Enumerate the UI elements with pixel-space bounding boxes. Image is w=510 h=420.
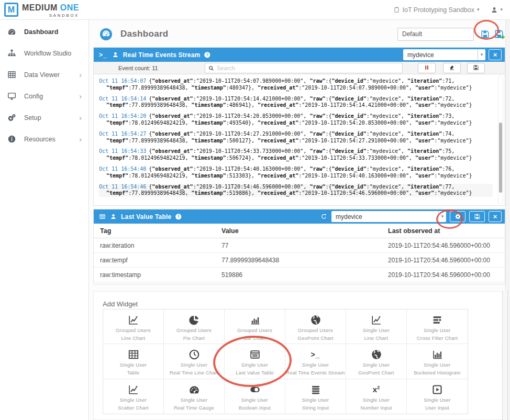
dashboard-name-input[interactable] <box>397 28 474 41</box>
pause-icon <box>424 64 430 72</box>
widget-cell-single-user-real-time-events-stream[interactable]: >_ Single User Real Time Events Stream <box>285 344 346 379</box>
widget-cell-group: Single User <box>120 362 147 368</box>
clock-icon <box>189 348 200 361</box>
widget-cell-group: Single User <box>363 327 390 333</box>
widget-cell-grouped-users-pie-chart[interactable]: Grouped Users Pie Chart <box>164 310 225 344</box>
log-scrollbar-track[interactable] <box>498 76 503 204</box>
widget-cell-single-user-user-input[interactable]: Single User User Input <box>407 379 468 414</box>
widget-cell-single-user-scatter-chart[interactable]: Single User Scatter Chart <box>103 379 164 414</box>
last-value-device-select[interactable]: mydevice ▾ <box>331 211 446 222</box>
widget-cell-name: Line Chart <box>364 335 389 341</box>
widget-cell-name: Boolean Input <box>239 405 271 411</box>
save-plus-icon <box>494 29 505 40</box>
widget-cell-single-user-real-time-line-chart[interactable]: Single User Real Time Line Chart <box>164 344 225 379</box>
last-value-table-widget: Last Value Table ? mydevice ▾ × Tag Valu… <box>93 209 505 284</box>
pie-chart-icon <box>189 314 200 326</box>
user-icon <box>491 6 498 14</box>
last-value-save-button[interactable] <box>469 211 485 222</box>
stream-device-select[interactable]: mydevice ▾ <box>403 49 485 60</box>
log-scrollbar-thumb[interactable] <box>499 123 502 193</box>
close-icon: × <box>493 213 497 220</box>
last-value-widget-title: Last Value Table <box>121 213 171 220</box>
chevron-right-icon: › <box>79 114 82 122</box>
caret-down-icon: ▾ <box>477 7 480 12</box>
widget-cell-single-user-last-value-table[interactable]: Single User Last Value Table <box>225 344 285 379</box>
real-time-events-stream-widget: >_ Real Time Events Stream ? mydevice ▾ … <box>93 47 505 206</box>
save-dashboard-button[interactable] <box>480 29 490 39</box>
stream-toolbar: Event count: 11 <box>94 62 505 74</box>
widget-cell-single-user-real-time-gauge[interactable]: Single User Real Time Gauge <box>164 379 225 414</box>
dashboard-gauge-icon <box>100 28 112 40</box>
sidebar-item-workflow-studio[interactable]: Workflow Studio <box>0 42 88 64</box>
widget-cell-single-user-boolean-input[interactable]: Single User Boolean Input <box>225 379 285 414</box>
sidebar-item-dashboard[interactable]: Dashboard <box>0 21 88 42</box>
widget-cell-single-user-string-input[interactable]: Single User String Input <box>285 379 346 414</box>
widget-cell-grouped-users-bar-chart[interactable]: Grouped Users Bar Chart <box>225 310 285 344</box>
bar-chart-icon <box>249 314 261 326</box>
search-icon <box>208 65 214 71</box>
toggle-icon <box>249 383 261 396</box>
line-chart-icon <box>371 314 382 326</box>
org-selector-dropdown[interactable]: IoT Prototyping Sandbox ▾ <box>393 6 480 14</box>
widget-cell-single-user-table[interactable]: Single User Table <box>103 344 164 379</box>
last-value-settings-button[interactable] <box>450 211 465 222</box>
save-stream-button[interactable] <box>467 63 485 73</box>
last-value-close-button[interactable]: × <box>489 211 502 222</box>
help-icon[interactable]: ? <box>204 51 211 59</box>
caret-down-icon: ▾ <box>438 211 446 222</box>
add-widget-panel: Add Widget Grouped Users Line Chart Grou… <box>93 291 505 420</box>
pause-stream-button[interactable] <box>418 63 436 73</box>
sidebar-item-data-viewer[interactable]: Data Viewer › <box>0 64 88 85</box>
widget-cell-single-user-geopoint-chart[interactable]: Single User GeoPoint Chart <box>346 344 407 379</box>
sidebar-item-config[interactable]: Config › <box>0 85 88 107</box>
monitor-icon <box>7 92 17 101</box>
brand-logo[interactable]: M MEDIUM ONE SANDBOX <box>4 2 79 18</box>
save-as-new-dashboard-button[interactable] <box>494 29 505 40</box>
sidebar-item-label: Setup <box>24 114 41 121</box>
widget-cell-group: Single User <box>424 362 450 368</box>
widget-cell-grouped-users-geopoint-chart[interactable]: Grouped Users GeoPoint Chart <box>285 310 346 344</box>
widget-cell-name: Table <box>127 370 140 375</box>
stream-search-input[interactable] <box>217 65 399 71</box>
widget-cell-group: Single User <box>424 397 450 403</box>
caret-down-icon: ▾ <box>500 7 503 12</box>
caret-down-icon: ▾ <box>478 49 485 60</box>
chevron-right-icon: › <box>79 92 82 101</box>
widget-cell-group: Single User <box>241 397 268 403</box>
terminal-icon: >_ <box>311 348 320 361</box>
x2-icon: x2 <box>373 383 380 396</box>
sidebar-item-setup[interactable]: Setup › <box>0 107 88 128</box>
widget-cell-name: Real Time Events Stream <box>286 370 345 375</box>
widget-cell-name: Pie Chart <box>183 335 205 341</box>
sidebar-nav: Dashboard Workflow Studio Data Viewer › … <box>0 20 89 420</box>
sidebar-item-resources[interactable]: Resources › <box>0 128 88 150</box>
widget-cell-single-user-number-input[interactable]: x2 Single User Number Input <box>346 379 407 414</box>
event-count-label: Event count: 11 <box>118 62 158 74</box>
table-grid-icon <box>7 70 17 79</box>
event-timestamp: Oct 11 16:54:20 <box>99 113 146 119</box>
top-bar: M MEDIUM ONE SANDBOX IoT Prototyping San… <box>0 0 510 20</box>
help-icon[interactable]: ? <box>175 213 182 220</box>
event-timestamp: Oct 11 16:54:14 <box>99 96 146 102</box>
value-cell: 519886 <box>221 271 388 279</box>
widget-cell-single-user-line-chart[interactable]: Single User Line Chart <box>346 310 407 344</box>
last-observed-cell: 2019-10-11T20:54:46.596000+00:00 <box>388 242 505 249</box>
stream-close-button[interactable]: × <box>489 49 502 60</box>
event-timestamp: Oct 11 16:54:46 <box>99 184 146 190</box>
widget-cell-single-user-cross-filter-chart[interactable]: Single User Cross Filter Chart <box>407 310 468 344</box>
play-box-icon <box>431 383 443 396</box>
sidebar-item-label: Dashboard <box>24 28 58 36</box>
event-json: {"observed_at":"2019-10-11T20:54:07.9890… <box>106 78 472 91</box>
user-menu-dropdown[interactable]: ▾ <box>491 6 503 14</box>
clear-stream-button[interactable] <box>443 63 461 73</box>
widget-cell-grouped-users-line-chart[interactable]: Grouped Users Line Chart <box>103 310 164 344</box>
widget-cell-group: Single User <box>120 397 147 403</box>
column-header-value: Value <box>221 227 388 235</box>
widget-cell-single-user-bucketed-histogram[interactable]: Single User Bucketed Histogram <box>407 344 468 379</box>
svg-text:?: ? <box>206 52 209 57</box>
gears-icon <box>7 113 17 122</box>
page-title: Dashboard <box>120 29 169 39</box>
refresh-icon[interactable] <box>320 213 327 220</box>
event-log-entry: Oct 11 16:54:33{"observed_at":"2019-10-1… <box>99 148 493 162</box>
column-header-last-observed: Last observed at <box>388 227 505 235</box>
